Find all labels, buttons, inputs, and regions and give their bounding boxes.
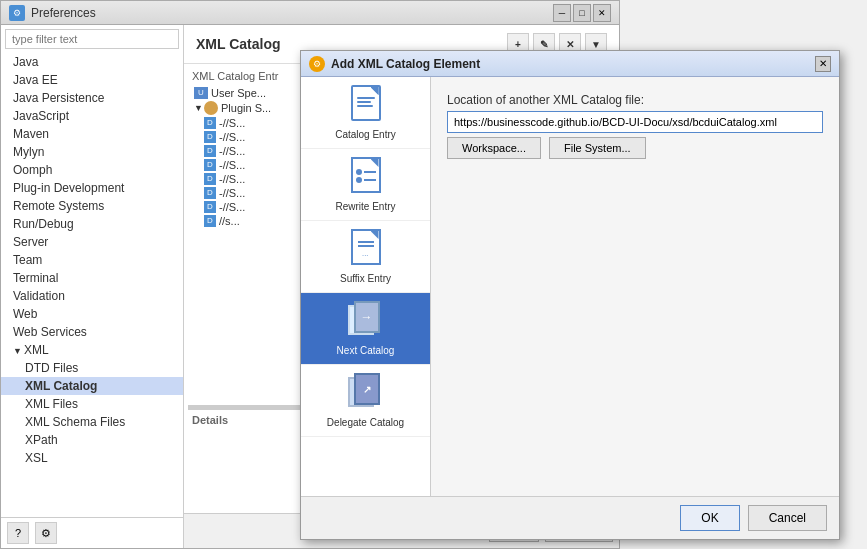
- sidebar-item-dtdfiles[interactable]: DTD Files: [1, 359, 183, 377]
- delegate-catalog-icon: ↗: [346, 373, 386, 413]
- sidebar-item-terminal[interactable]: Terminal: [1, 269, 183, 287]
- catalog-entry-label: Catalog Entry: [335, 129, 396, 140]
- titlebar-controls: ─ □ ✕: [553, 4, 611, 22]
- add-xml-catalog-dialog: ⚙ Add XML Catalog Element ✕ C: [300, 50, 840, 540]
- dialog-footer: OK Cancel: [301, 496, 839, 539]
- catalog-type-delegate-catalog[interactable]: ↗ Delegate Catalog: [301, 365, 430, 437]
- sidebar-item-xpath[interactable]: XPath: [1, 431, 183, 449]
- d-icon-2: D: [204, 131, 216, 143]
- dialog-body: Catalog Entry: [301, 77, 839, 496]
- sidebar-tree: Java Java EE Java Persistence JavaScript…: [1, 53, 183, 517]
- catalog-type-suffix-entry[interactable]: ... Suffix Entry: [301, 221, 430, 293]
- sidebar-item-oomph[interactable]: Oomph: [1, 161, 183, 179]
- d-icon-1: D: [204, 117, 216, 129]
- catalog-type-rewrite-entry[interactable]: Rewrite Entry: [301, 149, 430, 221]
- d-icon-3: D: [204, 145, 216, 157]
- sidebar-item-web[interactable]: Web: [1, 305, 183, 323]
- sidebar-item-remote[interactable]: Remote Systems: [1, 197, 183, 215]
- dialog-form: Location of another XML Catalog file: Wo…: [431, 77, 839, 496]
- sidebar-item-webservices[interactable]: Web Services: [1, 323, 183, 341]
- dialog-title-icon: ⚙: [309, 56, 325, 72]
- workspace-button[interactable]: Workspace...: [447, 137, 541, 159]
- location-label: Location of another XML Catalog file:: [447, 93, 823, 107]
- user-spe-icon: U: [194, 87, 208, 99]
- d-icon-8: D: [204, 215, 216, 227]
- settings-button[interactable]: ⚙: [35, 522, 57, 544]
- sidebar-item-javapersistence[interactable]: Java Persistence: [1, 89, 183, 107]
- sidebar-item-xmlschema[interactable]: XML Schema Files: [1, 413, 183, 431]
- close-button[interactable]: ✕: [593, 4, 611, 22]
- sidebar-item-javascript[interactable]: JavaScript: [1, 107, 183, 125]
- next-catalog-label: Next Catalog: [337, 345, 395, 356]
- rewrite-entry-icon: [346, 157, 386, 197]
- sidebar: Java Java EE Java Persistence JavaScript…: [1, 25, 184, 548]
- form-group: Location of another XML Catalog file: Wo…: [447, 93, 823, 159]
- suffix-entry-label: Suffix Entry: [340, 273, 391, 284]
- d-icon-5: D: [204, 173, 216, 185]
- sidebar-item-xsl[interactable]: XSL: [1, 449, 183, 467]
- sidebar-item-rundebug[interactable]: Run/Debug: [1, 215, 183, 233]
- sidebar-item-java[interactable]: Java: [1, 53, 183, 71]
- form-buttons: Workspace... File System...: [447, 137, 823, 159]
- catalog-entry-icon: [346, 85, 386, 125]
- sidebar-item-team[interactable]: Team: [1, 251, 183, 269]
- sidebar-bottom: ? ⚙: [1, 517, 183, 548]
- sidebar-item-xml[interactable]: ▼XML: [1, 341, 183, 359]
- location-input[interactable]: [447, 111, 823, 133]
- sidebar-item-validation[interactable]: Validation: [1, 287, 183, 305]
- delegate-catalog-label: Delegate Catalog: [327, 417, 404, 428]
- sidebar-item-javaee[interactable]: Java EE: [1, 71, 183, 89]
- filter-input[interactable]: [5, 29, 179, 49]
- xml-catalog-title: XML Catalog: [196, 36, 281, 52]
- maximize-button[interactable]: □: [573, 4, 591, 22]
- d-icon-4: D: [204, 159, 216, 171]
- preferences-titlebar: ⚙ Preferences ─ □ ✕: [1, 1, 619, 25]
- d-icon-6: D: [204, 187, 216, 199]
- dialog-close-button[interactable]: ✕: [815, 56, 831, 72]
- dialog-cancel-button[interactable]: Cancel: [748, 505, 827, 531]
- minimize-button[interactable]: ─: [553, 4, 571, 22]
- sidebar-item-xmlcatalog[interactable]: XML Catalog: [1, 377, 183, 395]
- sidebar-item-xmlfiles[interactable]: XML Files: [1, 395, 183, 413]
- preferences-icon: ⚙: [9, 5, 25, 21]
- sidebar-item-maven[interactable]: Maven: [1, 125, 183, 143]
- suffix-entry-icon: ...: [346, 229, 386, 269]
- sidebar-item-mylyn[interactable]: Mylyn: [1, 143, 183, 161]
- plugin-icon: [204, 101, 218, 115]
- next-catalog-icon: →: [346, 301, 386, 341]
- sidebar-item-server[interactable]: Server: [1, 233, 183, 251]
- preferences-title: Preferences: [31, 6, 547, 20]
- dialog-titlebar: ⚙ Add XML Catalog Element ✕: [301, 51, 839, 77]
- sidebar-item-plugin[interactable]: Plug-in Development: [1, 179, 183, 197]
- catalog-type-next-catalog[interactable]: → Next Catalog: [301, 293, 430, 365]
- dialog-title: Add XML Catalog Element: [331, 57, 809, 71]
- d-icon-7: D: [204, 201, 216, 213]
- file-system-button[interactable]: File System...: [549, 137, 646, 159]
- rewrite-entry-label: Rewrite Entry: [335, 201, 395, 212]
- help-button[interactable]: ?: [7, 522, 29, 544]
- dialog-ok-button[interactable]: OK: [680, 505, 739, 531]
- catalog-types-panel: Catalog Entry: [301, 77, 431, 496]
- catalog-type-catalog-entry[interactable]: Catalog Entry: [301, 77, 430, 149]
